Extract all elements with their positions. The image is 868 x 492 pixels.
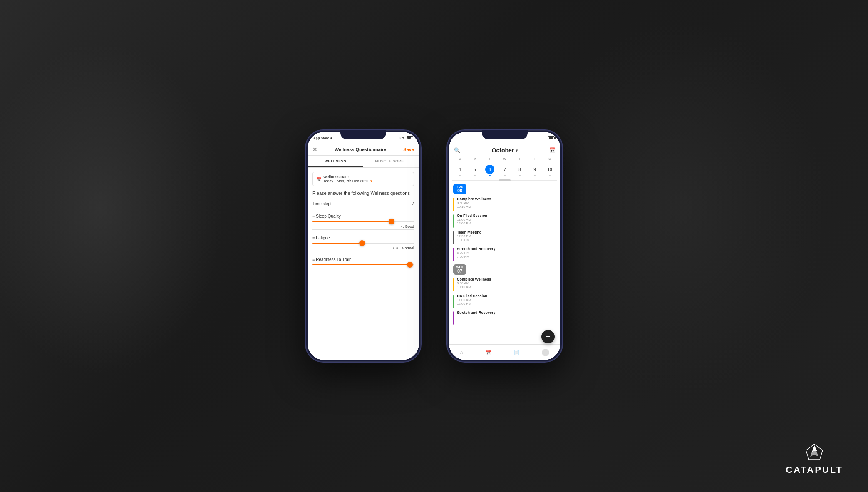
cal-day-7[interactable]: 7: [497, 163, 512, 178]
wellness-header: ✕ Wellness Questionnaire Save: [308, 144, 419, 156]
event-title-filed-tue: On Filed Session: [457, 214, 556, 218]
event-filed-session-wed[interactable]: On Filed Session 11:00 AM12:00 PM: [453, 294, 556, 308]
avatar: [542, 349, 549, 356]
date-dropdown-icon[interactable]: ▾: [370, 179, 372, 183]
slider-fill-sleep-quality: [312, 221, 389, 222]
weekday-t2: T: [512, 156, 527, 162]
event-content-filed-wed: On Filed Session 11:00 AM12:00 PM: [457, 294, 556, 306]
event-group-wed: WED 07 Complete Wellness 9:50 AM10:10 AM: [453, 264, 556, 325]
catapult-logo-icon: [804, 442, 825, 463]
cal-day-5[interactable]: 5: [467, 163, 482, 178]
home-icon: ⌂: [460, 350, 463, 355]
slider-thumb-sleep-quality[interactable]: [389, 219, 394, 224]
field-divider-1: [312, 229, 414, 230]
close-button[interactable]: ✕: [312, 146, 317, 153]
event-bar-meeting-tue: [453, 231, 454, 244]
slider-track-fatigue[interactable]: [312, 243, 414, 244]
field-fatigue: ≡ Fatigue 3: 3 – Normal: [312, 236, 414, 251]
field-value-time-slept: 7: [412, 201, 414, 206]
wellness-date-row[interactable]: 📅 Wellness Date Today • Mon, 7th Dec 202…: [312, 172, 414, 186]
field-name-fatigue: Fatigue: [316, 236, 330, 240]
event-title-wellness-tue: Complete Wellness: [457, 197, 556, 201]
event-day-label-tue: TUE 06: [453, 184, 556, 194]
slider-fill-fatigue: [312, 243, 359, 244]
cal-day-9[interactable]: 9: [527, 163, 542, 178]
slider-track-sleep-quality[interactable]: [312, 221, 414, 222]
nav-profile[interactable]: [542, 349, 549, 356]
wellness-date-label: Wellness Date: [323, 175, 372, 179]
field-name-time-slept: Time slept: [312, 201, 332, 206]
event-title-wellness-wed: Complete Wellness: [457, 277, 556, 281]
event-stretch-tue[interactable]: Stretch and Recovery 6:00 PM7:00 PM: [453, 247, 556, 261]
event-time-stretch-tue: 6:00 PM7:00 PM: [457, 251, 556, 258]
wellness-date-value: Today • Mon, 7th Dec 2020: [323, 179, 368, 183]
slider-icon-2: ≡: [312, 236, 315, 240]
slider-icon-1: ≡: [312, 214, 315, 219]
field-sleep-quality: ≡ Sleep Quality 4: Good: [312, 214, 414, 230]
nav-home[interactable]: ⌂: [460, 350, 463, 355]
day-badge-wed: WED 07: [453, 264, 466, 275]
battery-fill-2: [549, 137, 553, 139]
fab-add-button[interactable]: +: [541, 330, 555, 343]
event-bar-stretch-tue: [453, 248, 454, 261]
date-icon: 📅: [316, 177, 321, 181]
slider-track-readiness[interactable]: [312, 264, 414, 265]
calendar-weekdays: S M T W T F S: [449, 156, 560, 162]
slider-icon-3: ≡: [312, 258, 315, 262]
day-name-tue: TUE: [456, 185, 464, 188]
event-content-wellness-wed: Complete Wellness 9:50 AM10:10 AM: [457, 277, 556, 289]
month-dropdown-icon[interactable]: ▾: [516, 148, 518, 153]
phone-screen-2: 🔍 October ▾ 📅 S M T W T F S: [449, 132, 560, 360]
calendar-bottom-nav: ⌂ 📅 📄: [449, 344, 560, 360]
field-divider-3: [312, 268, 414, 268]
event-title-stretch-tue: Stretch and Recovery: [457, 247, 556, 251]
event-complete-wellness-tue[interactable]: Complete Wellness 9:50 AM10:10 AM: [453, 197, 556, 211]
save-button[interactable]: Save: [403, 147, 414, 152]
wellness-body: 📅 Wellness Date Today • Mon, 7th Dec 202…: [308, 168, 419, 354]
phone-calendar: 🔍 October ▾ 📅 S M T W T F S: [446, 129, 563, 363]
battery-icon-2: [548, 136, 555, 139]
day-badge-tue: TUE 06: [453, 184, 466, 194]
calendar-month-title: October ▾: [492, 147, 518, 154]
slider-thumb-fatigue[interactable]: [359, 240, 365, 246]
field-time-slept: Time slept 7: [312, 201, 414, 208]
event-complete-wellness-wed[interactable]: Complete Wellness 9:50 AM10:10 AM: [453, 277, 556, 291]
event-team-meeting-tue[interactable]: Team Meeting 12:30 PM1:30 PM: [453, 230, 556, 244]
field-sublabel-sleep-quality: 4: Good: [312, 224, 414, 229]
battery-fill: [407, 137, 411, 139]
slider-thumb-readiness[interactable]: [407, 262, 413, 268]
tab-muscle-soreness[interactable]: MUSCLE SORE...: [363, 156, 419, 167]
event-time-meeting-tue: 12:30 PM1:30 PM: [457, 234, 556, 242]
cal-day-6[interactable]: 6: [482, 163, 497, 178]
event-stretch-wed[interactable]: Stretch and Recovery: [453, 311, 556, 325]
wellness-title: Wellness Questionnaire: [335, 147, 387, 152]
field-name-sleep-quality: Sleep Quality: [316, 214, 340, 219]
event-filed-session-tue[interactable]: On Filed Session 11:00 AM12:00 PM: [453, 214, 556, 228]
tab-wellness[interactable]: WELLNESS: [308, 156, 363, 167]
wellness-tabs: WELLNESS MUSCLE SORE...: [308, 156, 419, 168]
cal-day-8[interactable]: 8: [512, 163, 527, 178]
status2-right: [548, 136, 555, 139]
calendar-icon[interactable]: 📅: [549, 147, 556, 153]
event-bar-filed-wed: [453, 295, 454, 308]
cal-day-4[interactable]: 4: [452, 163, 467, 178]
catapult-brand: CATAPULT: [786, 442, 843, 475]
event-time-filed-wed: 11:00 AM12:00 PM: [457, 298, 556, 306]
event-bar-wellness-tue: [453, 198, 454, 211]
slider-fill-readiness: [312, 264, 409, 265]
event-content-stretch-tue: Stretch and Recovery 6:00 PM7:00 PM: [457, 247, 556, 258]
calendar-nav-icon: 📅: [485, 350, 491, 355]
phone-wellness: App Store ● 11:41 63% ✕ Wellness Questio…: [305, 129, 422, 363]
cal-day-10[interactable]: 10: [542, 163, 557, 178]
nav-calendar[interactable]: 📅: [485, 350, 491, 355]
weekday-w: W: [497, 156, 512, 162]
search-icon[interactable]: 🔍: [454, 147, 460, 153]
event-time-filed-tue: 11:00 AM12:00 PM: [457, 218, 556, 225]
phone-screen-1: App Store ● 11:41 63% ✕ Wellness Questio…: [308, 132, 419, 360]
month-label: October: [492, 147, 514, 154]
nav-documents[interactable]: 📄: [513, 350, 520, 355]
event-bar-filed-tue: [453, 214, 454, 228]
day-num-wed: 07: [456, 268, 464, 273]
day-name-wed: WED: [456, 266, 464, 268]
weekday-m: M: [467, 156, 482, 162]
